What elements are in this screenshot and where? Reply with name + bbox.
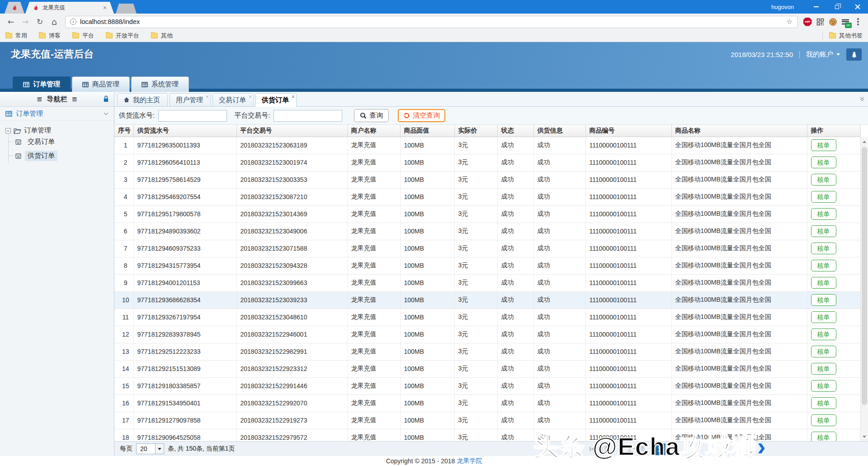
column-header-供货流水号[interactable]: 供货流水号 — [133, 125, 236, 137]
table-row[interactable]: 49771812954692075542018032321523087210龙果… — [114, 188, 860, 205]
cookie-extension-icon[interactable] — [827, 16, 838, 27]
flow-no-link[interactable]: 977181291803385857 — [133, 377, 236, 395]
qr-extension-icon[interactable] — [815, 16, 826, 27]
table-row[interactable]: 99771812940012011532018032321523099663龙果… — [114, 274, 860, 291]
flow-no-link[interactable]: 977181296056410113 — [133, 154, 236, 171]
column-header-商品编号[interactable]: 商品编号 — [585, 125, 671, 137]
table-row[interactable]: 129771812928393789452018032321522946001龙… — [114, 326, 860, 343]
vertical-scrollbar[interactable] — [860, 137, 868, 441]
txn-no-input[interactable] — [274, 110, 342, 122]
home-button[interactable]: ⌂ — [48, 15, 61, 28]
flow-no-link[interactable]: 977181290964525058 — [133, 429, 236, 441]
verify-order-button[interactable]: 核单 — [811, 139, 836, 152]
flow-no-link[interactable]: 977181294609375233 — [133, 240, 236, 257]
scrollbar-thumb[interactable] — [862, 147, 867, 405]
table-row[interactable]: 169771812915349504012018032321522992070龙… — [114, 395, 860, 412]
verify-order-button[interactable]: 核单 — [811, 260, 836, 272]
verify-order-button[interactable]: 核单 — [811, 311, 836, 323]
table-row[interactable]: 69771812948903936022018032321523049006龙果… — [114, 223, 860, 240]
flow-no-link[interactable]: 977181294890393602 — [133, 223, 236, 240]
verify-order-button[interactable]: 核单 — [811, 432, 836, 441]
clear-search-button[interactable]: 清空查询 — [398, 109, 445, 122]
scroll-up-icon[interactable] — [861, 138, 868, 145]
collapse-toggle-icon[interactable] — [5, 128, 11, 133]
table-row[interactable]: 59771812951798005782018032321523014369龙果… — [114, 205, 860, 223]
flow-no-link[interactable]: 977181294001201153 — [133, 274, 236, 291]
table-row[interactable]: 149771812921515130892018032321522923312龙… — [114, 360, 860, 377]
theme-tree-button[interactable] — [846, 48, 862, 61]
flow-no-input[interactable] — [158, 110, 227, 122]
verify-order-button[interactable]: 核单 — [811, 225, 836, 238]
tree-node-供货订单[interactable]: 供货订单 — [9, 149, 114, 163]
browser-menu-button[interactable] — [853, 16, 863, 27]
tab-close-icon[interactable]: × — [206, 94, 209, 100]
pinned-tab[interactable] — [5, 2, 24, 14]
table-row[interactable]: 119771812932671979542018032321523048610龙… — [114, 309, 860, 326]
bookmark-item[interactable]: 常用 — [5, 32, 27, 40]
url-bar[interactable]: i localhost:8888/index ☆ — [65, 16, 797, 28]
verify-order-button[interactable]: 核单 — [811, 346, 836, 358]
column-header-状态[interactable]: 状态 — [497, 125, 533, 137]
tab-交易订单[interactable]: 交易订单× — [212, 93, 254, 107]
column-header-操作[interactable]: 操作 — [807, 125, 860, 137]
flow-no-link[interactable]: 977181295179800578 — [133, 205, 236, 223]
window-close-button[interactable] — [847, 0, 868, 14]
tab-close-icon[interactable]: × — [103, 5, 107, 11]
flow-no-link[interactable]: 977181295758614529 — [133, 171, 236, 188]
verify-order-button[interactable]: 核单 — [811, 294, 836, 306]
verify-order-button[interactable]: 核单 — [811, 397, 836, 409]
window-restore-button[interactable] — [826, 0, 847, 14]
tab-用户管理[interactable]: 用户管理× — [170, 93, 211, 107]
verify-order-button[interactable]: 核单 — [811, 328, 836, 341]
longguo-academy-link[interactable]: 龙果学院 — [457, 457, 482, 465]
bookmark-item[interactable]: 开放平台 — [106, 32, 139, 40]
verify-order-button[interactable]: 核单 — [811, 380, 836, 392]
table-row[interactable]: 139771812925122232332018032321522982991龙… — [114, 343, 860, 360]
flow-no-link[interactable]: 977181296350011393 — [133, 137, 236, 154]
flow-no-link[interactable]: 977181292512223233 — [133, 343, 236, 360]
bookmark-item[interactable]: 平台 — [72, 32, 94, 40]
tree-node-交易订单[interactable]: 交易订单 — [9, 135, 114, 149]
adblock-extension-icon[interactable]: ABP — [802, 16, 813, 27]
table-row[interactable]: 109771812936866283542018032321523039233龙… — [114, 291, 860, 309]
column-header-商品名称[interactable]: 商品名称 — [671, 125, 807, 137]
flow-no-link[interactable]: 977181293686628354 — [133, 291, 236, 309]
column-header-商品面值[interactable]: 商品面值 — [400, 125, 454, 137]
search-button[interactable]: 查询 — [354, 109, 389, 122]
table-row[interactable]: 19771812963500113932018032321523063189龙果… — [114, 137, 860, 154]
forward-button[interactable]: → — [19, 15, 32, 28]
url-text[interactable]: localhost:8888/index — [80, 18, 783, 25]
table-row[interactable]: 159771812918033858572018032321522991446龙… — [114, 377, 860, 395]
table-row[interactable]: 39771812957586145292018032321523003353龙果… — [114, 171, 860, 188]
column-header-商户名称[interactable]: 商户名称 — [347, 125, 400, 137]
flow-no-link[interactable]: 977181292151513089 — [133, 360, 236, 377]
bookmark-item[interactable]: 博客 — [39, 32, 61, 40]
page-size-select[interactable]: 20 — [136, 443, 164, 454]
flow-no-link[interactable]: 977181291279097858 — [133, 412, 236, 429]
table-row[interactable]: 179771812912790978582018032321522919273龙… — [114, 412, 860, 429]
nav-tab-系统管理[interactable]: 系统管理 — [131, 76, 189, 92]
nav-tab-商品管理[interactable]: 商品管理 — [72, 76, 130, 92]
column-header-供货信息[interactable]: 供货信息 — [533, 125, 585, 137]
tab-close-icon[interactable]: × — [249, 94, 252, 100]
verify-order-button[interactable]: 核单 — [811, 191, 836, 203]
bookmark-star-icon[interactable]: ☆ — [787, 18, 793, 26]
table-row[interactable]: 89771812943157739542018032321523094328龙果… — [114, 257, 860, 274]
my-account-menu[interactable]: 我的账户 — [806, 50, 840, 59]
verify-order-button[interactable]: 核单 — [811, 277, 836, 289]
flow-no-link[interactable]: 977181291534950401 — [133, 395, 236, 412]
back-button[interactable]: ← — [5, 15, 17, 28]
lock-icon[interactable] — [103, 95, 109, 104]
sidebar-header[interactable]: ≡ 导航栏 ≡ — [0, 92, 114, 107]
flow-no-link[interactable]: 977181294315773954 — [133, 257, 236, 274]
nav-tab-订单管理[interactable]: 订单管理 — [13, 76, 71, 92]
flow-no-link[interactable]: 977181293267197954 — [133, 309, 236, 326]
tab-switcher-extension-icon[interactable]: on — [840, 16, 851, 27]
verify-order-button[interactable]: 核单 — [811, 243, 836, 255]
tab-供货订单[interactable]: 供货订单× — [255, 93, 297, 107]
browser-tab[interactable]: 龙果充值 × — [25, 2, 114, 14]
tree-node-root[interactable]: 订单管理 — [5, 126, 114, 135]
window-minimize-button[interactable] — [806, 0, 826, 14]
flow-no-link[interactable]: 977181292839378945 — [133, 326, 236, 343]
column-header-实际价[interactable]: 实际价 — [454, 125, 497, 137]
